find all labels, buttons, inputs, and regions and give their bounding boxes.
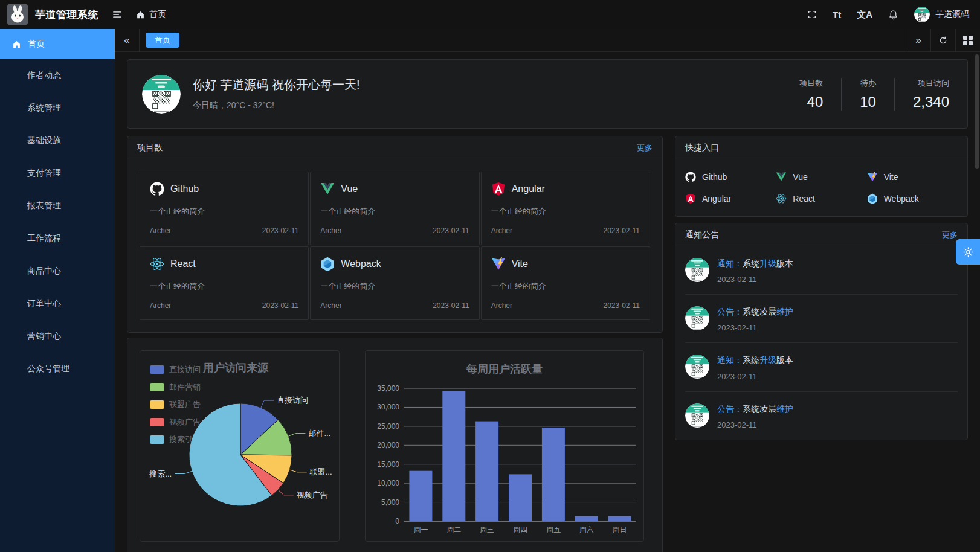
page-scrollbar[interactable] (975, 54, 979, 169)
greeting-weather: 今日晴，20°C - 32°C! (193, 100, 360, 111)
shortcut-label: Vue (793, 172, 807, 182)
shortcut-link[interactable]: Angular (685, 193, 776, 204)
svg-text:周二: 周二 (446, 525, 461, 534)
tab-home[interactable]: 首页 (146, 33, 179, 48)
stat: 项目数 40 (781, 78, 841, 111)
sidebar-item-商品中心[interactable]: 商品中心 (0, 255, 115, 287)
bar-周四[interactable] (509, 474, 532, 521)
project-card[interactable]: Vite 一个正经的简介 Archer 2023-02-11 (481, 246, 650, 320)
vite-icon (491, 257, 506, 271)
project-description: 一个正经的简介 (150, 206, 298, 217)
stat-value: 10 (860, 94, 876, 111)
sidebar-menu: 作者动态 系统管理 基础设施 支付管理 报表管理 工作流程 商品中心 订单中心 … (0, 59, 115, 385)
notice-title[interactable]: 公告：系统凌晨维护 (717, 306, 793, 317)
bar-周二[interactable] (442, 391, 465, 521)
sidebar-item-作者动态[interactable]: 作者动态 (0, 59, 115, 92)
svg-text:周日: 周日 (613, 525, 627, 534)
svg-text:25,000: 25,000 (377, 422, 399, 431)
project-card[interactable]: Webpack 一个正经的简介 Archer 2023-02-11 (310, 246, 479, 320)
sidebar-item-订单中心[interactable]: 订单中心 (0, 287, 115, 320)
sidebar-collapse-icon[interactable] (112, 9, 123, 20)
shortcut-link[interactable]: Vite (867, 172, 958, 182)
project-date: 2023-02-11 (262, 301, 299, 310)
sidebar-item-公众号管理[interactable]: 公众号管理 (0, 353, 115, 385)
shortcut-link[interactable]: Webpack (867, 193, 958, 204)
font-size-icon[interactable]: Tt (833, 10, 841, 20)
sidebar-item-home[interactable]: 首页 (0, 29, 115, 59)
stat: 项目访问 2,340 (894, 78, 953, 111)
right-column: 快捷入口 Github Vue Vite Angular React Webpa… (675, 136, 968, 440)
sidebar-item-系统管理[interactable]: 系统管理 (0, 92, 115, 124)
language-icon[interactable]: 文A (857, 9, 872, 21)
pie-chart[interactable]: 直接访问邮件...联盟...视频广告搜索... (140, 351, 339, 541)
notice-item: 通知：系统升级版本 2023-02-11 (675, 246, 967, 294)
project-card[interactable]: Vue 一个正经的简介 Archer 2023-02-11 (310, 172, 479, 245)
user-avatar (914, 7, 930, 22)
sidebar-item-报表管理[interactable]: 报表管理 (0, 190, 115, 222)
projects-grid: Github 一个正经的简介 Archer 2023-02-11 Vue 一个正… (127, 159, 662, 332)
svg-text:周六: 周六 (579, 525, 594, 534)
notice-block: 通知：系统升级版本 2023-02-11 (675, 246, 967, 295)
project-card[interactable]: Github 一个正经的简介 Archer 2023-02-11 (140, 172, 309, 245)
tabs-scroll-right-button[interactable]: » (906, 29, 930, 51)
bar-周日[interactable] (608, 516, 631, 521)
bar-周五[interactable] (542, 428, 565, 521)
tab-bar: « 首页 » (115, 29, 980, 52)
project-name: Angular (512, 184, 545, 194)
bar-周六[interactable] (575, 516, 598, 521)
stat-label: 项目数 (799, 78, 823, 89)
shortcut-label: Github (702, 172, 727, 182)
notice-date: 2023-02-11 (717, 420, 793, 429)
fullscreen-icon[interactable] (807, 10, 817, 19)
sidebar-item-支付管理[interactable]: 支付管理 (0, 157, 115, 190)
project-author: Archer (320, 226, 341, 235)
notices-more-link[interactable]: 更多 (942, 229, 958, 240)
notice-avatar (685, 355, 709, 379)
sidebar-item-基础设施[interactable]: 基础设施 (0, 124, 115, 157)
svg-text:30,000: 30,000 (377, 403, 399, 411)
shortcuts-panel-title: 快捷入口 (685, 143, 719, 153)
notice-item: 公告：系统凌晨维护 2023-02-11 (675, 392, 967, 440)
notice-date: 2023-02-11 (717, 275, 793, 284)
breadcrumb[interactable]: 首页 (136, 9, 166, 20)
react-icon (776, 193, 787, 204)
project-name: Github (170, 184, 199, 194)
bar-周一[interactable] (409, 471, 432, 521)
bar-周三[interactable] (475, 422, 498, 521)
sidebar-item-label: 订单中心 (27, 298, 61, 309)
shortcut-link[interactable]: Vue (776, 172, 866, 182)
layout-grid-button[interactable] (955, 29, 980, 51)
project-card[interactable]: Angular 一个正经的简介 Archer 2023-02-11 (481, 172, 650, 245)
refresh-button[interactable] (930, 29, 955, 51)
app-title: 芋道管理系统 (35, 8, 98, 22)
bar-chart[interactable]: 05,00010,00015,00020,00025,00030,00035,0… (366, 351, 643, 541)
svg-text:周三: 周三 (480, 525, 494, 534)
project-author: Archer (150, 226, 171, 235)
notice-avatar (685, 403, 709, 428)
notices-list: 通知：系统升级版本 2023-02-11 公告：系统凌晨维护 2023-02-1… (675, 246, 967, 440)
svg-text:邮件...: 邮件... (308, 429, 330, 438)
tabs-scroll-left-button[interactable]: « (115, 29, 140, 51)
notice-title[interactable]: 通知：系统升级版本 (717, 355, 793, 365)
sidebar-item-label: 工作流程 (27, 233, 61, 244)
sidebar-item-label: 公众号管理 (27, 364, 69, 374)
shortcuts-panel: 快捷入口 Github Vue Vite Angular React Webpa… (675, 136, 968, 217)
sidebar-item-label: 支付管理 (27, 168, 61, 179)
app-logo (7, 4, 28, 25)
projects-more-link[interactable]: 更多 (637, 143, 653, 153)
notice-title[interactable]: 公告：系统凌晨维护 (717, 403, 793, 414)
notices-panel-title: 通知公告 (685, 229, 719, 240)
shortcut-link[interactable]: React (776, 193, 866, 204)
notice-title[interactable]: 通知：系统升级版本 (717, 258, 793, 269)
sidebar-item-label: 商品中心 (27, 266, 61, 277)
user-menu[interactable]: 芋道源码 (914, 7, 969, 22)
sidebar-item-营销中心[interactable]: 营销中心 (0, 320, 115, 353)
github-icon (685, 172, 696, 182)
settings-button[interactable] (956, 239, 980, 265)
notification-bell-icon[interactable] (888, 10, 898, 20)
notices-panel: 通知公告 更多 通知：系统升级版本 2023-02-11 公告：系统凌晨维护 2… (675, 223, 968, 440)
project-card[interactable]: React 一个正经的简介 Archer 2023-02-11 (140, 246, 309, 320)
sidebar-item-label: 基础设施 (27, 135, 61, 146)
shortcut-link[interactable]: Github (685, 172, 776, 182)
sidebar-item-工作流程[interactable]: 工作流程 (0, 222, 115, 255)
